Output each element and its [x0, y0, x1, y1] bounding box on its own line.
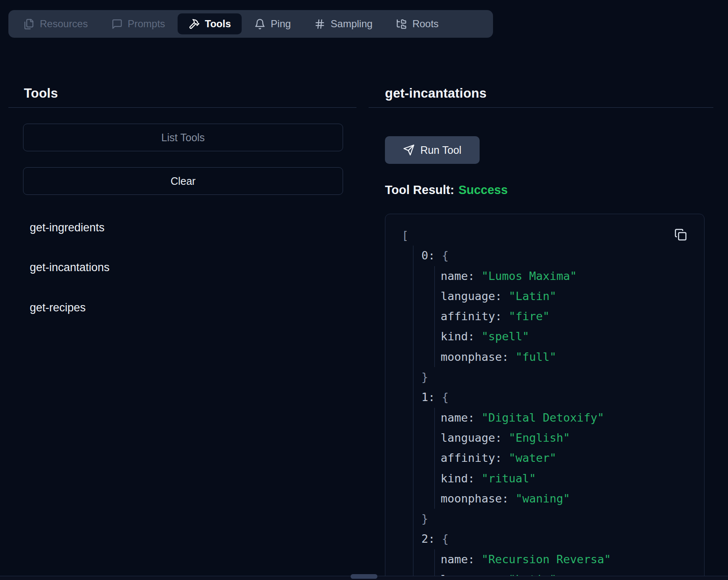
json-key: 1: [421, 391, 435, 404]
json-value: "water" [509, 451, 557, 464]
json-indent-guide: name: "Recursion Reversa"language: "Lati… [434, 549, 704, 580]
tab-bar: Resources Prompts Tools Ping [8, 10, 493, 38]
tab-resources[interactable]: Resources [13, 13, 99, 34]
send-icon [403, 144, 415, 156]
selected-tool-title: get-incantations [385, 86, 487, 101]
json-key: 0: [421, 249, 435, 262]
copy-icon [674, 228, 689, 241]
json-line: name: "Digital Detoxify" [441, 408, 704, 428]
json-key: name: [441, 553, 475, 566]
folder-tree-icon [396, 18, 407, 30]
json-line: name: "Recursion Reversa" [441, 549, 704, 570]
tools-panel-divider [8, 107, 356, 108]
json-line: 2: { [421, 529, 704, 549]
bell-icon [254, 18, 266, 30]
tool-result-label: Tool Result: [385, 183, 454, 197]
json-brace: { [442, 532, 449, 545]
result-panel-divider [369, 107, 713, 108]
json-value: "Latin" [509, 290, 557, 303]
json-line: affinity: "fire" [441, 306, 704, 326]
tools-panel-title: Tools [24, 86, 58, 101]
tool-result-status: Success [458, 183, 508, 197]
run-tool-button[interactable]: Run Tool [385, 136, 480, 164]
json-line: } [421, 367, 704, 387]
json-key: affinity: [441, 451, 502, 464]
json-key: name: [441, 269, 475, 282]
tool-result-line: Tool Result:Success [385, 183, 508, 197]
json-value: "ritual" [482, 472, 536, 485]
json-indent-guide: name: "Digital Detoxify"language: "Engli… [434, 408, 704, 509]
json-key: moonphase: [441, 492, 509, 505]
tab-prompts[interactable]: Prompts [101, 13, 176, 34]
json-key: language: [441, 431, 502, 444]
json-value: "fire" [509, 310, 550, 323]
tool-list-item-get-incantations[interactable]: get-incantations [30, 258, 110, 277]
tab-roots[interactable]: Roots [385, 13, 449, 34]
json-key: kind: [441, 330, 475, 343]
json-line: 0: { [421, 246, 704, 266]
json-indent-guide: name: "Lumos Maxima"language: "Latin"aff… [434, 266, 704, 367]
json-brace: { [442, 391, 449, 404]
tab-label: Tools [205, 18, 231, 30]
json-line: moonphase: "waning" [441, 489, 704, 509]
json-brace: [ [402, 229, 408, 242]
json-brace: } [421, 512, 428, 525]
tab-label: Resources [40, 18, 88, 30]
json-value: "full" [516, 350, 557, 363]
json-value: "spell" [482, 330, 529, 343]
tool-list-item-get-ingredients[interactable]: get-ingredients [30, 218, 105, 237]
clear-button[interactable]: Clear [23, 167, 343, 195]
copy-button[interactable] [674, 228, 689, 242]
tab-label: Sampling [330, 18, 372, 30]
tab-tools[interactable]: Tools [178, 13, 242, 34]
message-square-icon [111, 18, 123, 30]
json-line: kind: "ritual" [441, 469, 704, 489]
json-value: "Lumos Maxima" [482, 269, 577, 282]
json-line: moonphase: "full" [441, 347, 704, 367]
json-key: kind: [441, 472, 475, 485]
json-value: "Recursion Reversa" [482, 553, 611, 566]
json-line: language: "English" [441, 428, 704, 448]
json-key: moonphase: [441, 350, 509, 363]
json-line: name: "Lumos Maxima" [441, 266, 704, 286]
json-value: "English" [509, 431, 570, 444]
json-line: language: "Latin" [441, 286, 704, 306]
json-line: affinity: "water" [441, 448, 704, 468]
json-line: kind: "spell" [441, 326, 704, 347]
json-brace: { [442, 249, 449, 262]
json-line: } [421, 509, 704, 529]
list-tools-button[interactable]: List Tools [23, 124, 343, 151]
json-line: 1: { [421, 387, 704, 407]
tab-label: Roots [412, 18, 439, 30]
tool-result-json-panel: [0: {name: "Lumos Maxima"language: "Lati… [385, 214, 705, 580]
tab-sampling[interactable]: Sampling [303, 13, 383, 34]
json-key: affinity: [441, 310, 502, 323]
json-key: 2: [421, 532, 435, 545]
pane-resize-handle[interactable] [351, 574, 377, 579]
json-line: [ [402, 225, 704, 246]
json-tree: [0: {name: "Lumos Maxima"language: "Lati… [385, 214, 704, 580]
tab-ping[interactable]: Ping [243, 13, 302, 34]
hash-icon [314, 18, 325, 30]
files-icon [23, 18, 35, 30]
json-key: language: [441, 290, 502, 303]
tab-label: Ping [271, 18, 291, 30]
tab-label: Prompts [128, 18, 165, 30]
hammer-icon [188, 18, 200, 30]
json-brace: } [421, 370, 428, 383]
json-indent-guide: 0: {name: "Lumos Maxima"language: "Latin… [413, 246, 704, 580]
json-value: "waning" [516, 492, 570, 505]
run-tool-label: Run Tool [420, 144, 461, 156]
json-value: "Digital Detoxify" [482, 411, 604, 424]
tool-list-item-get-recipes[interactable]: get-recipes [30, 298, 86, 317]
json-key: name: [441, 411, 475, 424]
